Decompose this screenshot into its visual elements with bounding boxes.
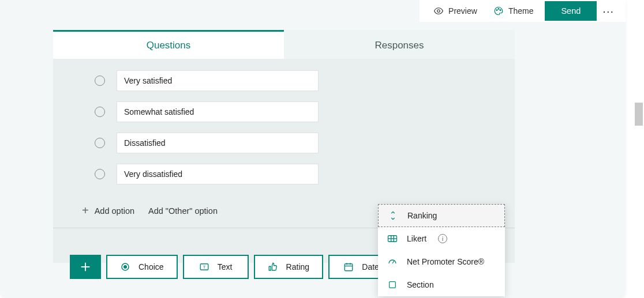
- add-question-bar: Choice T Text Rating Date: [70, 255, 394, 279]
- editor-tabs: Questions Responses: [53, 30, 515, 59]
- menu-nps[interactable]: Net Promoter Score®: [378, 250, 505, 273]
- option-row: Dissatisfied: [67, 133, 501, 153]
- type-choice-label: Choice: [138, 262, 164, 271]
- likert-icon: [387, 235, 398, 243]
- type-text-button[interactable]: T Text: [183, 255, 249, 279]
- thumbs-up-icon: [268, 262, 278, 272]
- option-list: Very satisfied Somewhat satisfied Dissat…: [67, 59, 501, 184]
- option-text: Dissatisfied: [124, 138, 166, 148]
- option-text: Very satisfied: [124, 76, 172, 85]
- add-question-button[interactable]: [70, 255, 101, 279]
- send-label: Send: [561, 6, 581, 16]
- menu-section[interactable]: Section: [378, 273, 505, 296]
- palette-icon: [493, 6, 504, 16]
- option-input[interactable]: Somewhat satisfied: [117, 101, 319, 122]
- svg-point-1: [496, 10, 497, 11]
- preview-label: Preview: [448, 6, 477, 16]
- text-icon: T: [199, 262, 209, 272]
- option-text: Somewhat satisfied: [124, 107, 194, 116]
- radio-icon[interactable]: [95, 169, 105, 179]
- svg-rect-19: [390, 282, 396, 288]
- eye-icon: [433, 6, 444, 16]
- section-icon: [387, 280, 398, 289]
- calendar-icon: [343, 262, 354, 272]
- menu-likert-label: Likert: [407, 234, 426, 243]
- type-choice-button[interactable]: Choice: [106, 255, 178, 279]
- vertical-scrollbar[interactable]: [635, 58, 643, 231]
- ellipsis-icon: ···: [602, 5, 614, 18]
- option-row: Very satisfied: [67, 70, 501, 91]
- scroll-thumb[interactable]: [635, 103, 643, 126]
- theme-label: Theme: [508, 6, 534, 16]
- gauge-icon: [387, 256, 398, 267]
- option-text: Very dissatisfied: [124, 169, 182, 179]
- radio-icon[interactable]: [95, 138, 105, 148]
- type-date-label: Date: [362, 262, 379, 271]
- theme-button[interactable]: Theme: [485, 1, 542, 21]
- add-option-button[interactable]: + Add option: [82, 204, 134, 217]
- menu-nps-label: Net Promoter Score®: [407, 257, 484, 266]
- ranking-icon: [388, 211, 398, 220]
- svg-text:T: T: [203, 265, 205, 270]
- plus-icon: +: [82, 204, 89, 217]
- tab-responses-label: Responses: [375, 40, 424, 51]
- send-button[interactable]: Send: [545, 1, 597, 21]
- type-rating-label: Rating: [286, 262, 309, 271]
- type-text-label: Text: [218, 262, 233, 271]
- option-row: Somewhat satisfied: [67, 101, 501, 122]
- radio-icon[interactable]: [95, 76, 105, 86]
- menu-likert[interactable]: Likert i: [378, 227, 505, 250]
- add-other-label: Add "Other" option: [148, 206, 218, 216]
- option-input[interactable]: Very satisfied: [117, 70, 319, 91]
- tab-responses[interactable]: Responses: [284, 30, 515, 59]
- svg-rect-10: [345, 264, 353, 271]
- tab-questions[interactable]: Questions: [53, 30, 284, 59]
- svg-point-2: [498, 8, 499, 9]
- question-type-menu: Ranking Likert i Net Promoter Score® Sec…: [378, 204, 505, 296]
- type-rating-button[interactable]: Rating: [254, 255, 323, 279]
- svg-point-0: [437, 10, 440, 13]
- svg-point-7: [123, 265, 127, 269]
- preview-button[interactable]: Preview: [425, 1, 485, 21]
- svg-point-3: [500, 10, 501, 11]
- tab-questions-label: Questions: [147, 40, 191, 51]
- radio-selected-icon: [120, 262, 130, 272]
- radio-icon[interactable]: [95, 107, 105, 117]
- menu-section-label: Section: [407, 280, 434, 289]
- menu-ranking-label: Ranking: [407, 211, 437, 220]
- more-button[interactable]: ···: [597, 1, 620, 21]
- option-input[interactable]: Dissatisfied: [117, 133, 319, 153]
- add-other-button[interactable]: Add "Other" option: [148, 206, 218, 216]
- app-window: Preview Theme Send ··· Questions Respons…: [0, 0, 626, 298]
- top-bar: Preview Theme Send ···: [420, 0, 626, 22]
- option-row: Very dissatisfied: [67, 164, 501, 184]
- menu-ranking[interactable]: Ranking: [378, 204, 505, 227]
- option-input[interactable]: Very dissatisfied: [117, 164, 319, 184]
- add-option-label: Add option: [95, 206, 134, 216]
- svg-line-18: [392, 261, 394, 264]
- info-icon[interactable]: i: [438, 234, 447, 243]
